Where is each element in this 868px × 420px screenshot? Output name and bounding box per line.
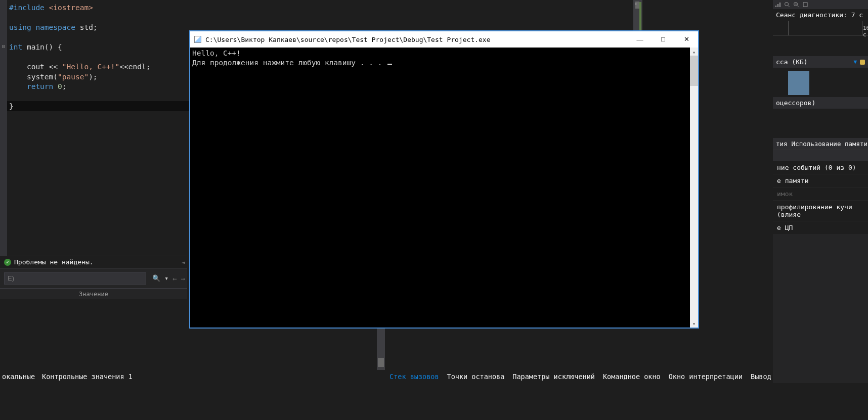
fold-icon[interactable]: ⊟ bbox=[2, 43, 5, 49]
bottom-tabs-right: Стек вызовов Точки останова Параметры ис… bbox=[389, 370, 771, 383]
console-scroll-thumb[interactable] bbox=[690, 56, 698, 86]
problems-status-bar: ✓ Проблемы не найдены. ◄ bbox=[0, 256, 187, 268]
svg-rect-8 bbox=[803, 3, 807, 7]
tab-immediate-window[interactable]: Окно интерпретации bbox=[669, 372, 743, 381]
diag-tool-icon[interactable] bbox=[775, 2, 781, 8]
diag-session-label: Сеанс диагностики: 7 с bbox=[773, 9, 868, 21]
console-window: C:\Users\Виктор Капкаев\source\repos\Tes… bbox=[190, 31, 699, 328]
cpu-graph[interactable] bbox=[773, 109, 868, 138]
status-text: Проблемы не найдены. bbox=[14, 258, 94, 266]
svg-rect-0 bbox=[775, 6, 776, 7]
minimize-button[interactable]: — bbox=[628, 32, 652, 47]
svg-line-6 bbox=[797, 6, 799, 7]
console-app-icon bbox=[194, 36, 201, 43]
diag-events-track[interactable] bbox=[773, 36, 868, 56]
svg-rect-2 bbox=[779, 3, 780, 7]
split-editor-icon[interactable]: ⬍ bbox=[634, 1, 641, 6]
editor-gutter: ⊟ bbox=[0, 0, 7, 256]
console-titlebar[interactable]: C:\Users\Виктор Капкаев\source\repos\Tes… bbox=[190, 31, 698, 48]
console-output[interactable]: Hello, C++! Для продолжения нажмите любу… bbox=[190, 48, 690, 328]
console-scrollbar[interactable]: ▴ ▾ bbox=[690, 48, 698, 328]
watch-panel-body[interactable] bbox=[0, 299, 187, 369]
console-title: C:\Users\Виктор Капкаев\source\repos\Tes… bbox=[205, 36, 628, 43]
tab-exception-settings[interactable]: Параметры исключений bbox=[512, 372, 595, 381]
reset-view-icon[interactable] bbox=[802, 2, 808, 8]
search-input[interactable] bbox=[4, 272, 146, 285]
zoom-out-icon[interactable] bbox=[793, 2, 799, 8]
bottom-tabs-left: окальные Контрольные значения 1 bbox=[0, 370, 133, 383]
diag-subtoolbar bbox=[773, 150, 868, 161]
maximize-button[interactable]: □ bbox=[652, 32, 675, 47]
svg-rect-1 bbox=[777, 4, 778, 7]
search-icon[interactable]: 🔍 ▾ bbox=[150, 274, 170, 282]
status-ok-icon: ✓ bbox=[4, 259, 11, 266]
tab-locals[interactable]: окальные bbox=[2, 372, 35, 381]
diagnostics-panel: Сеанс диагностики: 7 с 10 с сса (КБ) ▼ о… bbox=[773, 0, 868, 383]
tab-output[interactable]: Вывод bbox=[751, 372, 771, 381]
diag-toolbar bbox=[773, 0, 868, 9]
scroll-down-icon[interactable]: ▾ bbox=[690, 319, 698, 328]
collapse-icon[interactable]: ▼ bbox=[853, 59, 857, 65]
diag-heap-profiling-row[interactable]: профилирование кучи (влияе bbox=[773, 201, 868, 221]
diag-memory-label: сса (КБ) bbox=[776, 58, 808, 66]
diag-memory-row[interactable]: е памяти bbox=[773, 174, 868, 188]
diag-cpu-label: оцессоров) bbox=[776, 99, 815, 107]
diag-sub-tabs: тия Использование памяти bbox=[773, 138, 868, 150]
diag-cpu-header[interactable]: оцессоров) bbox=[773, 97, 868, 109]
scroll-up-icon[interactable]: ▴ bbox=[690, 48, 698, 56]
output-scrollbar[interactable] bbox=[377, 328, 385, 370]
diag-tab-memory-usage[interactable]: Использование памяти bbox=[792, 140, 868, 148]
diag-snapshot-row[interactable]: имок bbox=[773, 188, 868, 201]
timeline-tick-label: 10 с bbox=[863, 25, 868, 38]
zoom-in-icon[interactable] bbox=[784, 2, 790, 8]
tab-call-stack[interactable]: Стек вызовов bbox=[389, 372, 439, 381]
memory-graph-bar bbox=[788, 71, 809, 95]
search-toolbar: 🔍 ▾ ← → bbox=[0, 268, 187, 288]
memory-indicator-icon bbox=[860, 60, 865, 65]
code-text[interactable]: #include <iostream> using namespace std;… bbox=[9, 3, 150, 112]
console-cursor bbox=[387, 64, 392, 65]
diag-cpu-row[interactable]: е ЦП bbox=[773, 221, 868, 235]
timeline-tick bbox=[788, 21, 789, 35]
tab-breakpoints[interactable]: Точки останова bbox=[447, 372, 505, 381]
diag-tab-events[interactable]: тия bbox=[776, 140, 788, 148]
status-collapse-icon[interactable]: ◄ bbox=[180, 259, 187, 266]
output-scroll-thumb[interactable] bbox=[378, 358, 384, 367]
nav-forward-icon[interactable]: → bbox=[179, 274, 187, 283]
timeline-tick bbox=[862, 21, 862, 35]
svg-point-3 bbox=[785, 3, 789, 6]
memory-graph[interactable] bbox=[773, 68, 868, 97]
watch-column-header[interactable]: Значение bbox=[0, 288, 187, 299]
nav-back-icon[interactable]: ← bbox=[170, 274, 179, 283]
diag-memory-header[interactable]: сса (КБ) ▼ bbox=[773, 56, 868, 68]
svg-line-4 bbox=[788, 6, 790, 7]
tab-command-window[interactable]: Командное окно bbox=[603, 372, 661, 381]
diag-timeline[interactable]: 10 с bbox=[773, 21, 868, 36]
diag-events-summary[interactable]: ние событий (0 из 0) bbox=[773, 161, 868, 174]
tab-watch1[interactable]: Контрольные значения 1 bbox=[42, 372, 133, 381]
close-button[interactable]: ✕ bbox=[675, 32, 698, 47]
